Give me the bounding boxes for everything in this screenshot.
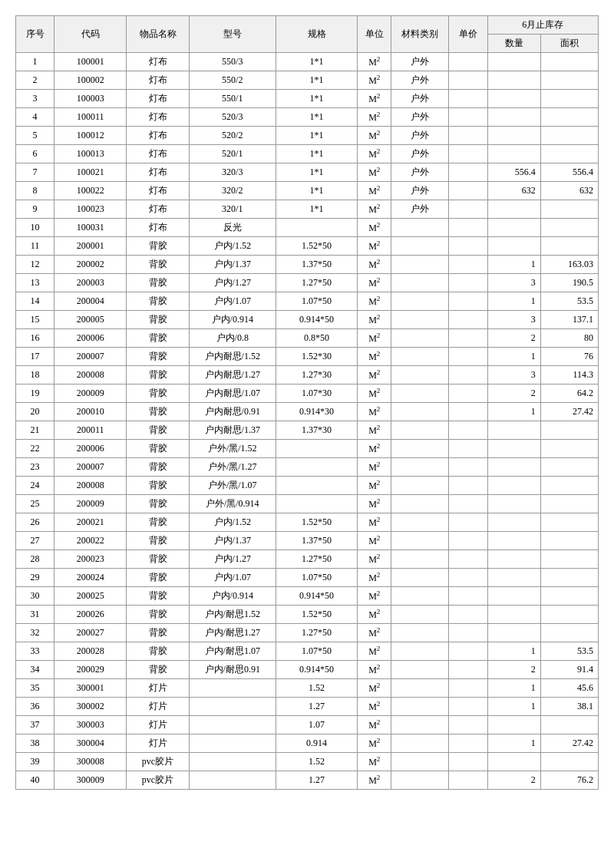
table-cell <box>487 127 540 145</box>
table-cell: 200005 <box>54 311 127 329</box>
table-cell: 100011 <box>54 108 127 127</box>
table-cell: 1 <box>487 256 540 274</box>
table-cell <box>391 348 449 366</box>
table-cell: 100003 <box>54 90 127 108</box>
table-cell: 556.4 <box>540 163 598 182</box>
table-row: 16200006背胶户内/0.80.8*50M2280 <box>16 329 599 348</box>
table-cell <box>540 219 598 237</box>
table-cell: 200003 <box>54 274 127 292</box>
table-cell: M2 <box>358 421 391 440</box>
table-cell <box>449 145 487 163</box>
table-cell: 户内/0.8 <box>189 329 276 348</box>
table-cell: 53.5 <box>540 292 598 311</box>
table-cell <box>391 734 449 753</box>
table-cell: 户内耐思/1.52 <box>189 348 276 366</box>
table-row: 6100013灯布520/11*1M2户外 <box>16 145 599 163</box>
table-cell: M2 <box>358 219 391 237</box>
table-cell: 200007 <box>54 458 127 477</box>
table-cell <box>487 569 540 587</box>
table-cell: 300008 <box>54 753 127 771</box>
table-row: 3100003灯布550/11*1M2户外 <box>16 90 599 108</box>
table-cell <box>391 458 449 477</box>
table-cell <box>276 440 358 458</box>
header-name: 物品名称 <box>127 16 190 53</box>
table-cell: 26 <box>16 513 54 532</box>
table-cell: 0.914*50 <box>276 587 358 606</box>
table-cell <box>276 458 358 477</box>
table-cell: 20 <box>16 403 54 421</box>
table-cell: 0.914*50 <box>276 661 358 679</box>
table-cell: pvc胶片 <box>127 771 190 790</box>
table-cell: 1.07 <box>276 716 358 734</box>
table-cell <box>449 348 487 366</box>
table-cell <box>391 642 449 661</box>
table-cell: 灯片 <box>127 734 190 753</box>
table-cell: 户内耐思/1.27 <box>189 366 276 384</box>
table-row: 12200002背胶户内/1.371.37*50M21163.03 <box>16 256 599 274</box>
table-cell <box>449 71 487 90</box>
table-cell: 户内/0.914 <box>189 587 276 606</box>
table-cell <box>391 366 449 384</box>
table-cell: 1*1 <box>276 200 358 219</box>
table-cell: 背胶 <box>127 458 190 477</box>
table-cell: 23 <box>16 458 54 477</box>
table-cell <box>487 495 540 513</box>
table-row: 28200023背胶户内/1.271.27*50M2 <box>16 550 599 569</box>
table-cell: 1.27*50 <box>276 550 358 569</box>
table-cell: M2 <box>358 679 391 698</box>
table-cell: 背胶 <box>127 292 190 311</box>
table-cell: 1 <box>487 679 540 698</box>
table-cell: 8 <box>16 182 54 200</box>
table-cell <box>449 495 487 513</box>
table-cell <box>449 569 487 587</box>
table-cell: 100031 <box>54 219 127 237</box>
table-row: 29200024背胶户内/1.071.07*50M2 <box>16 569 599 587</box>
table-cell <box>540 145 598 163</box>
table-cell <box>487 53 540 71</box>
table-cell: 3 <box>487 366 540 384</box>
table-row: 11200001背胶户内/1.521.52*50M2 <box>16 237 599 256</box>
table-cell: 灯布 <box>127 219 190 237</box>
table-cell: 户外 <box>391 182 449 200</box>
table-cell <box>487 90 540 108</box>
table-cell: 户外/黑/1.52 <box>189 440 276 458</box>
table-row: 26200021背胶户内/1.521.52*50M2 <box>16 513 599 532</box>
table-cell: 1 <box>487 698 540 716</box>
table-cell <box>391 753 449 771</box>
table-cell: 64.2 <box>540 384 598 403</box>
table-row: 8100022灯布320/21*1M2户外632632 <box>16 182 599 200</box>
table-cell: 3 <box>487 311 540 329</box>
table-cell <box>540 624 598 642</box>
table-cell: M2 <box>358 163 391 182</box>
table-row: 30200025背胶户内/0.9140.914*50M2 <box>16 587 599 606</box>
table-row: 31200026背胶户内/耐思1.521.52*50M2 <box>16 606 599 624</box>
table-cell: 灯布 <box>127 182 190 200</box>
table-cell: M2 <box>358 624 391 642</box>
table-cell: 114.3 <box>540 366 598 384</box>
table-cell <box>391 384 449 403</box>
table-cell: 背胶 <box>127 384 190 403</box>
table-cell <box>189 734 276 753</box>
table-cell: 背胶 <box>127 495 190 513</box>
table-cell <box>449 311 487 329</box>
table-cell <box>391 606 449 624</box>
table-row: 40300009pvc胶片1.27M2276.2 <box>16 771 599 790</box>
table-cell <box>449 477 487 495</box>
table-cell <box>540 606 598 624</box>
table-cell: 200022 <box>54 532 127 550</box>
table-cell: 1.07*30 <box>276 384 358 403</box>
table-cell <box>276 477 358 495</box>
table-cell <box>449 753 487 771</box>
table-cell <box>540 716 598 734</box>
table-cell: 背胶 <box>127 403 190 421</box>
table-cell <box>487 219 540 237</box>
table-cell: 1 <box>16 53 54 71</box>
table-cell: 200007 <box>54 348 127 366</box>
table-cell: 33 <box>16 642 54 661</box>
table-row: 1100001灯布550/31*1M2户外 <box>16 53 599 71</box>
table-row: 7100021灯布320/31*1M2户外556.4556.4 <box>16 163 599 182</box>
table-cell: 200011 <box>54 421 127 440</box>
table-cell: 320/3 <box>189 163 276 182</box>
table-cell: M2 <box>358 569 391 587</box>
table-cell <box>540 587 598 606</box>
